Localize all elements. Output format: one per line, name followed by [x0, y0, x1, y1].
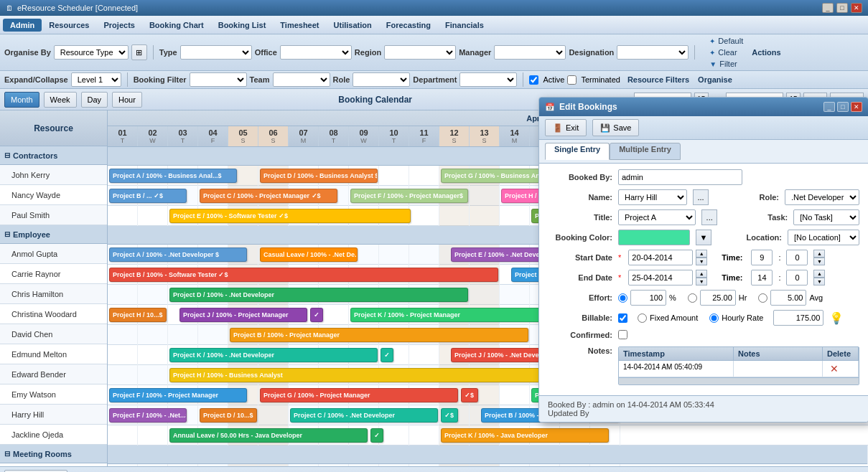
start-date-input[interactable]	[628, 250, 693, 265]
notes-text[interactable]	[734, 361, 823, 377]
booking-bar[interactable]: ✓	[310, 308, 323, 322]
filter-btn[interactable]: ▼ Filter	[706, 59, 746, 69]
booking-bar[interactable]: Project A / 100% - Business Anal...$	[109, 169, 237, 183]
maximize-btn[interactable]: □	[836, 3, 848, 13]
dialog-min-btn[interactable]: _	[823, 102, 835, 112]
billable-checkbox[interactable]	[618, 313, 627, 323]
employee-group[interactable]: ⊟ Employee	[0, 225, 107, 244]
exit-btn[interactable]: 🚪 Exit	[545, 119, 587, 136]
add-booking-btn[interactable]: Add Booking	[4, 470, 67, 473]
booking-bar[interactable]: ✓$	[461, 388, 478, 402]
terminated-checkbox[interactable]	[567, 75, 577, 85]
effort-hr-radio[interactable]	[688, 293, 697, 303]
effort-avg-radio[interactable]	[758, 293, 767, 303]
organise-by-icon[interactable]: ⊞	[131, 44, 147, 60]
designation-select[interactable]	[617, 45, 689, 60]
end-date-up[interactable]: ▲	[696, 270, 707, 278]
department-select[interactable]	[459, 72, 517, 87]
booking-bar[interactable]: Project F / 100% - Project Manager	[109, 388, 247, 402]
dialog-close-btn[interactable]: ✕	[851, 102, 862, 112]
menu-booking-chart[interactable]: Booking Chart	[142, 19, 211, 32]
booking-bar[interactable]: Project H / 100% - Business Analyst	[169, 368, 569, 382]
booking-bar[interactable]: ✓$	[441, 408, 458, 423]
name-filter-select[interactable]	[190, 72, 247, 87]
office-select[interactable]	[280, 45, 352, 60]
start-time-down[interactable]: ▼	[813, 258, 825, 265]
default-btn[interactable]: ✦ Default	[706, 36, 746, 46]
contractors-group[interactable]: ⊟ Contractors	[0, 146, 107, 165]
booking-bar[interactable]: Project K / 100% - Project Manager	[350, 308, 549, 322]
booking-bar[interactable]: Project A / 100% - .Net Developer $	[109, 247, 247, 262]
team-select[interactable]	[273, 72, 330, 87]
booking-bar[interactable]: Project F / 100% - .Net...$	[109, 408, 187, 423]
booked-by-input[interactable]	[618, 169, 742, 185]
hourly-rate-radio[interactable]	[709, 313, 719, 323]
menu-financials[interactable]: Financials	[438, 19, 491, 32]
start-time-m-input[interactable]	[786, 250, 808, 265]
multiple-entry-tab[interactable]: Multiple Entry	[610, 143, 681, 160]
role-filter-select[interactable]	[353, 72, 410, 87]
start-time-h-input[interactable]	[751, 250, 773, 265]
effort-pct-input[interactable]	[630, 290, 666, 306]
booking-bar[interactable]: Project K / 100% - Java Developer	[441, 428, 609, 443]
booking-bar[interactable]: Project D / 100% - .Net Developer	[169, 288, 468, 302]
color-picker-btn[interactable]: ▼	[696, 230, 711, 245]
start-date-down[interactable]: ▼	[696, 258, 707, 265]
name-select[interactable]: Harry Hill	[618, 189, 687, 205]
hour-view-btn[interactable]: Hour	[112, 92, 142, 108]
booking-bar[interactable]: Project J / 100% - Project Manager	[179, 308, 307, 322]
region-select[interactable]	[384, 45, 456, 60]
menu-resources[interactable]: Resources	[42, 19, 96, 32]
organise-by-select[interactable]: Resource Type	[54, 45, 129, 60]
start-time-up[interactable]: ▲	[813, 250, 825, 258]
dialog-max-btn[interactable]: □	[837, 102, 849, 112]
title-browse-btn[interactable]: ...	[701, 209, 717, 225]
booking-bar[interactable]: ✓	[370, 428, 383, 443]
name-browse-btn[interactable]: ...	[693, 189, 709, 205]
end-time-down[interactable]: ▼	[813, 278, 825, 285]
fixed-amount-radio[interactable]	[638, 313, 647, 323]
booking-bar[interactable]: Project H / 10...$	[109, 308, 167, 322]
single-entry-tab[interactable]: Single Entry	[545, 143, 610, 160]
booking-bar[interactable]: Project B / 100% - Software Tester ✓$	[109, 268, 498, 282]
effort-pct-radio[interactable]	[618, 293, 627, 303]
close-btn[interactable]: ✕	[851, 3, 862, 13]
menu-utilisation[interactable]: Utilisation	[327, 19, 379, 32]
manager-select[interactable]	[494, 45, 566, 60]
effort-hr-input[interactable]	[700, 290, 736, 306]
menu-forecasting[interactable]: Forecasting	[379, 19, 438, 32]
end-date-input[interactable]	[628, 270, 693, 285]
menu-admin[interactable]: Admin	[3, 19, 42, 32]
booking-bar[interactable]: Project B / 100% - Project Manager	[230, 328, 528, 342]
week-view-btn[interactable]: Week	[44, 92, 77, 108]
end-time-m-input[interactable]	[786, 270, 808, 285]
booking-bar[interactable]: ✓	[381, 348, 393, 362]
notes-delete-btn[interactable]: ✕	[823, 361, 859, 377]
level-select[interactable]: Level 1	[71, 72, 121, 87]
booking-bar[interactable]: Project B / ... ✓$	[109, 189, 187, 203]
menu-booking-list[interactable]: Booking List	[211, 19, 274, 32]
start-date-up[interactable]: ▲	[696, 250, 707, 258]
active-checkbox[interactable]	[529, 75, 538, 85]
meeting-rooms-group[interactable]: ⊟ Meeting Rooms	[0, 445, 107, 463]
booking-bar[interactable]: Project G / 100% - Project Manager	[260, 388, 458, 402]
color-box[interactable]	[618, 230, 690, 245]
minimize-btn[interactable]: _	[822, 3, 834, 13]
booking-bar[interactable]: Project K / 100% - .Net Developer	[169, 348, 378, 362]
start-time-spin[interactable]: ▲ ▼	[813, 250, 825, 265]
booking-bar[interactable]: Project C / 100% - .Net Developer	[290, 408, 438, 423]
type-select[interactable]	[180, 45, 252, 60]
booking-bar[interactable]: Project C / 100% - Project Manager ✓$	[200, 189, 337, 203]
title-select[interactable]: Project A	[618, 209, 696, 225]
confirmed-checkbox[interactable]	[618, 330, 627, 339]
booking-bar[interactable]: Casual Leave / 100% - .Net De... ✓	[260, 247, 358, 262]
clear-btn[interactable]: ✦ Clear	[706, 47, 746, 57]
end-time-spin[interactable]: ▲ ▼	[813, 270, 825, 285]
booking-bar[interactable]: Annual Leave / 50.00 Hrs - Java Develope…	[169, 428, 368, 443]
start-date-spin[interactable]: ▲ ▼	[696, 250, 707, 265]
end-date-down[interactable]: ▼	[696, 278, 707, 285]
end-time-h-input[interactable]	[751, 270, 773, 285]
booking-bar[interactable]: Project D / 100% - Business Analyst $	[260, 169, 378, 183]
day-view-btn[interactable]: Day	[81, 92, 108, 108]
booking-bar[interactable]: Project F / 100% - Project Manager$	[350, 189, 468, 203]
